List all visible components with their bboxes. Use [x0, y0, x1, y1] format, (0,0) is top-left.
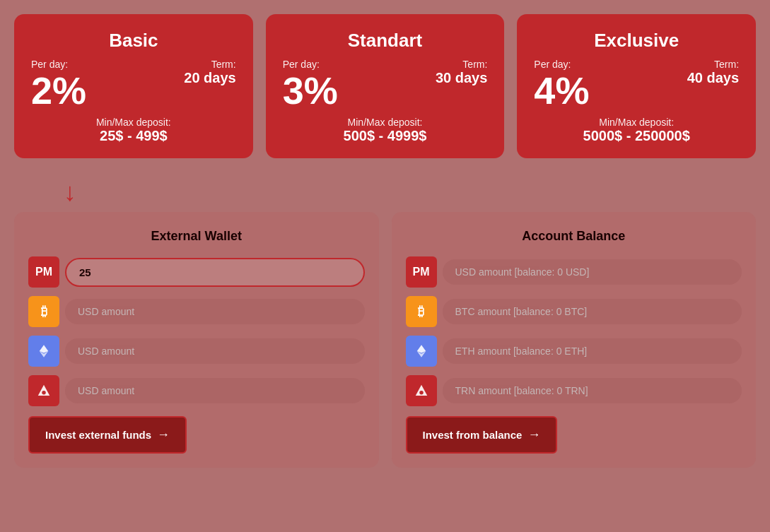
per-day-label-standart: Per day: — [283, 59, 338, 70]
account-balance-title: Account Balance — [406, 229, 742, 244]
percent-exclusive: 4% — [534, 71, 589, 110]
balance-trn-icon — [406, 375, 437, 406]
plans-row: Basic Per day: 2% Term: 20 days Min/Max … — [14, 14, 756, 158]
trn-icon-external — [28, 375, 59, 406]
invest-external-funds-button[interactable]: Invest external funds → — [28, 416, 187, 454]
invest-external-arrow-icon: → — [157, 427, 170, 442]
invest-external-label: Invest external funds — [45, 429, 151, 441]
plan-title-standart: Standart — [283, 30, 488, 52]
btc-icon: ₿ — [28, 296, 59, 327]
bottom-row: External Wallet PM ₿ — [14, 212, 756, 468]
eth-amount-input[interactable] — [65, 338, 365, 364]
plan-title-basic: Basic — [31, 30, 236, 52]
plan-card-standart[interactable]: Standart Per day: 3% Term: 30 days Min/M… — [266, 14, 505, 158]
balance-btc-input-row: ₿ — [406, 296, 742, 327]
term-value-standart: 30 days — [436, 70, 487, 86]
svg-point-3 — [42, 391, 46, 395]
plan-card-exclusive[interactable]: Exclusive Per day: 4% Term: 40 days Min/… — [517, 14, 756, 158]
selection-arrow-icon: ↓ — [64, 179, 76, 205]
balance-trn-input-row — [406, 375, 742, 406]
term-label-basic: Term: — [184, 59, 235, 70]
svg-marker-4 — [416, 345, 426, 353]
term-value-basic: 20 days — [184, 70, 235, 86]
btc-input-row: ₿ — [28, 296, 365, 327]
term-value-exclusive: 40 days — [687, 70, 739, 86]
selection-arrow-container: ↓ — [14, 179, 756, 205]
minmax-label-exclusive: Min/Max deposit: — [534, 117, 739, 128]
balance-eth-input-row — [406, 336, 742, 367]
minmax-value-exclusive: 5000$ - 250000$ — [534, 128, 739, 144]
plan-card-basic[interactable]: Basic Per day: 2% Term: 20 days Min/Max … — [14, 14, 253, 158]
balance-pm-icon: PM — [406, 256, 437, 288]
balance-btc-icon: ₿ — [406, 296, 437, 327]
per-day-label-basic: Per day: — [31, 59, 86, 70]
external-wallet-panel: External Wallet PM ₿ — [14, 212, 379, 468]
minmax-value-basic: 25$ - 499$ — [31, 128, 236, 144]
percent-standart: 3% — [283, 71, 338, 110]
per-day-label-exclusive: Per day: — [534, 59, 589, 70]
balance-trn-amount-input[interactable] — [443, 378, 742, 403]
percent-basic: 2% — [31, 71, 86, 110]
invest-balance-arrow-icon: → — [527, 427, 540, 442]
trn-amount-input-external[interactable] — [65, 378, 365, 403]
svg-point-7 — [419, 391, 424, 395]
account-balance-panel: Account Balance PM ₿ — [392, 212, 757, 468]
pm-icon: PM — [28, 256, 59, 288]
balance-btc-amount-input[interactable] — [443, 299, 742, 324]
pm-input-row: PM — [28, 256, 365, 288]
minmax-label-basic: Min/Max deposit: — [31, 117, 236, 128]
minmax-value-standart: 500$ - 4999$ — [283, 128, 488, 144]
invest-balance-label: Invest from balance — [423, 429, 523, 441]
external-wallet-title: External Wallet — [28, 229, 365, 244]
balance-pm-amount-input[interactable] — [443, 259, 742, 285]
term-label-exclusive: Term: — [687, 59, 739, 70]
plan-title-exclusive: Exclusive — [534, 30, 739, 52]
eth-icon — [28, 336, 59, 367]
eth-input-row — [28, 336, 365, 367]
balance-eth-icon — [406, 336, 437, 367]
trn-input-row-external — [28, 375, 365, 406]
balance-pm-input-row: PM — [406, 256, 742, 288]
btc-amount-input[interactable] — [65, 299, 365, 324]
balance-eth-amount-input[interactable] — [443, 338, 742, 364]
pm-amount-input[interactable] — [65, 258, 365, 287]
invest-from-balance-button[interactable]: Invest from balance → — [406, 416, 558, 454]
minmax-label-standart: Min/Max deposit: — [283, 117, 488, 128]
svg-marker-0 — [40, 345, 49, 353]
term-label-standart: Term: — [436, 59, 487, 70]
